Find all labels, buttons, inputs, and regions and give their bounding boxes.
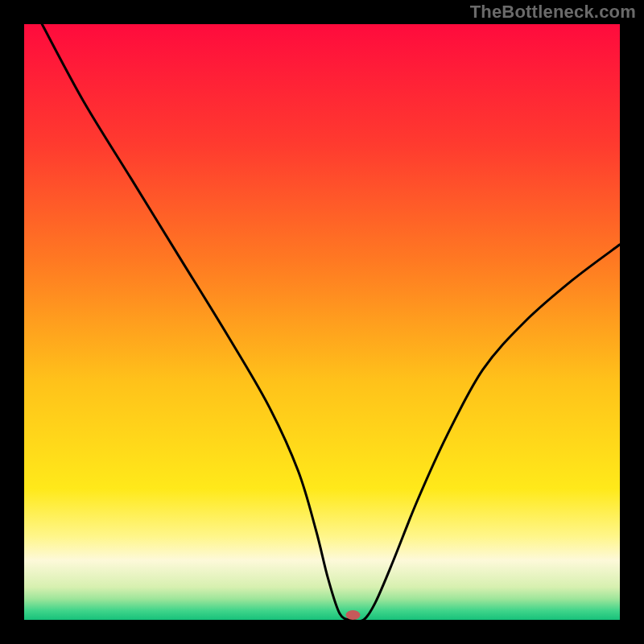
chart-frame: TheBottleneck.com [0,0,644,644]
chart-svg [0,0,644,644]
gradient-background [24,24,620,620]
watermark-text: TheBottleneck.com [470,2,636,23]
optimal-marker [345,610,360,620]
